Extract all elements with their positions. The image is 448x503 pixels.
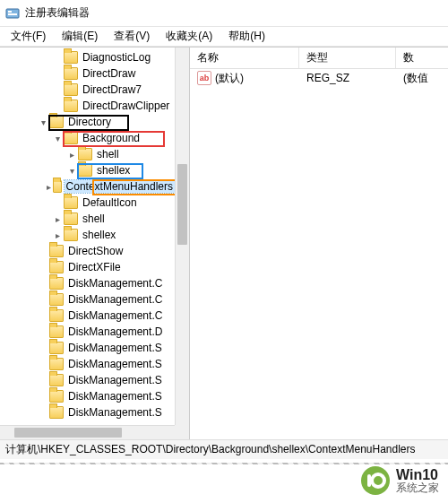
tree-node-label: DiskManagement.S	[66, 342, 164, 354]
tree-node-label: Directory	[66, 116, 113, 128]
tree-node[interactable]: DirectDraw7	[0, 82, 175, 98]
expander-none	[38, 407, 48, 418]
tree-node[interactable]: DiskManagement.S	[0, 372, 175, 388]
tree-node[interactable]: DirectDraw	[0, 65, 175, 82]
registry-tree[interactable]: DiagnosticLogDirectDrawDirectDraw7Direct…	[0, 48, 175, 425]
tree-hscroll-thumb[interactable]	[14, 428, 122, 438]
tree-node[interactable]: ▾Directory	[0, 114, 175, 130]
tree-horizontal-scrollbar[interactable]	[0, 425, 175, 439]
expander-closed-icon[interactable]: ▸	[52, 213, 63, 224]
tree-node-label: DiskManagement.D	[66, 325, 164, 338]
expander-none	[38, 310, 48, 321]
content-area: DiagnosticLogDirectDrawDirectDraw7Direct…	[0, 47, 448, 439]
tree-node[interactable]: DiskManagement.S	[0, 356, 175, 372]
expander-closed-icon[interactable]: ▸	[46, 181, 52, 192]
folder-icon	[78, 148, 92, 160]
folder-icon	[64, 83, 78, 96]
folder-icon	[49, 309, 64, 322]
menu-file[interactable]: 文件(F)	[4, 27, 53, 46]
titlebar: 注册表编辑器	[0, 0, 448, 27]
expander-closed-icon[interactable]: ▸	[66, 149, 77, 160]
col-type[interactable]: 类型	[299, 48, 396, 68]
value-type: REG_SZ	[299, 72, 396, 84]
tree-node-label: DirectDraw7	[81, 83, 143, 96]
folder-icon	[49, 293, 64, 306]
tree-node[interactable]: ▸shell	[0, 211, 175, 227]
expander-none	[52, 197, 63, 208]
separator-strip	[0, 463, 448, 464]
menubar: 文件(F) 编辑(E) 查看(V) 收藏夹(A) 帮助(H)	[0, 27, 448, 47]
expander-open-icon[interactable]: ▾	[66, 165, 77, 176]
menu-help[interactable]: 帮助(H)	[221, 27, 272, 46]
folder-icon	[64, 100, 78, 112]
tree-node[interactable]: ▾shellex	[0, 162, 175, 178]
tree-node-label: shell	[95, 148, 121, 160]
expander-none	[38, 343, 48, 353]
tree-vertical-scrollbar[interactable]	[175, 48, 189, 425]
expander-closed-icon[interactable]: ▸	[52, 230, 63, 240]
tree-node-label: DiskManagement.C	[66, 277, 164, 290]
tree-node[interactable]: ▾Background	[0, 130, 175, 146]
folder-icon	[49, 116, 64, 128]
menu-edit[interactable]: 编辑(E)	[55, 27, 105, 46]
tree-node[interactable]: DirectShow	[0, 243, 175, 259]
folder-icon	[78, 164, 92, 177]
expander-none	[38, 391, 48, 402]
tree-node-label: ContextMenuHandlers	[65, 180, 175, 193]
tree-node-label: DiskManagement.S	[66, 406, 164, 419]
values-header: 名称 类型 数	[190, 48, 448, 69]
expander-none	[38, 262, 48, 273]
tree-node[interactable]: DiskManagement.D	[0, 324, 175, 340]
menu-favorites[interactable]: 收藏夹(A)	[159, 27, 220, 46]
tree-pane: DiagnosticLogDirectDrawDirectDraw7Direct…	[0, 48, 190, 439]
watermark-line2: 系统之家	[396, 482, 439, 494]
value-row[interactable]: ab (默认) REG_SZ (数值	[190, 69, 448, 87]
value-data: (数值	[396, 71, 448, 86]
expander-none	[38, 359, 48, 369]
svg-rect-1	[8, 11, 12, 13]
tree-node-label: Background	[81, 132, 142, 144]
tree-node[interactable]: ▸shell	[0, 146, 175, 162]
reg-sz-icon: ab	[197, 71, 211, 85]
tree-node-label: DirectDrawClipper	[81, 100, 171, 112]
tree-node[interactable]: DirectDrawClipper	[0, 98, 175, 114]
tree-node-label: DiagnosticLog	[81, 51, 152, 64]
tree-node-label: DirectXFile	[66, 261, 123, 273]
expander-none	[38, 294, 48, 305]
tree-node-label: DiskManagement.S	[66, 390, 164, 403]
tree-node-label: DiskManagement.S	[66, 374, 164, 386]
tree-node[interactable]: DiskManagement.C	[0, 308, 175, 324]
folder-icon	[64, 196, 78, 209]
tree-vscroll-thumb[interactable]	[177, 164, 187, 245]
col-name[interactable]: 名称	[190, 48, 299, 68]
expander-none	[38, 246, 48, 256]
tree-node[interactable]: DiagnosticLog	[0, 49, 175, 65]
tree-node[interactable]: DiskManagement.S	[0, 340, 175, 356]
folder-icon	[49, 390, 64, 403]
tree-node-label: DefaultIcon	[81, 196, 139, 209]
folder-icon	[49, 342, 64, 354]
svg-rect-2	[8, 13, 17, 15]
tree-node-label: DiskManagement.S	[66, 358, 164, 370]
tree-node[interactable]: DirectXFile	[0, 259, 175, 275]
expander-none	[38, 375, 48, 386]
tree-node[interactable]: DiskManagement.S	[0, 388, 175, 404]
tree-node[interactable]: DiskManagement.C	[0, 291, 175, 308]
expander-none	[38, 278, 48, 289]
folder-icon	[64, 212, 78, 225]
tree-scroll-corner	[175, 425, 189, 439]
tree-node[interactable]: ▸ContextMenuHandlers	[0, 178, 175, 195]
expander-open-icon[interactable]: ▾	[52, 133, 63, 143]
menu-view[interactable]: 查看(V)	[107, 27, 157, 46]
tree-node-label: shellex	[95, 164, 132, 177]
folder-icon	[64, 67, 78, 80]
watermark: Win10 系统之家	[360, 465, 439, 496]
expander-open-icon[interactable]: ▾	[38, 117, 48, 127]
tree-node[interactable]: DiskManagement.S	[0, 404, 175, 421]
tree-node[interactable]: ▸shellex	[0, 227, 175, 243]
tree-node[interactable]: DefaultIcon	[0, 195, 175, 211]
folder-icon	[49, 245, 64, 257]
tree-node[interactable]: DiskManagement.C	[0, 275, 175, 291]
col-data[interactable]: 数	[396, 48, 448, 68]
window-title: 注册表编辑器	[25, 5, 90, 21]
